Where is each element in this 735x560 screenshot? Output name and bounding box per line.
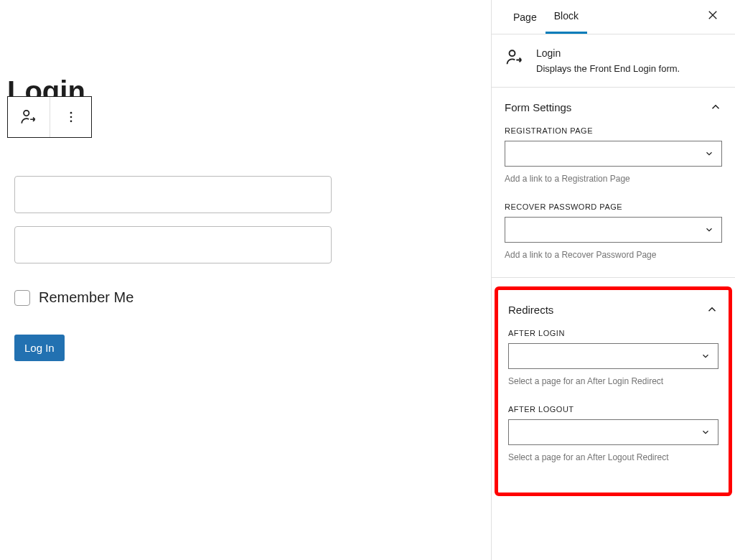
chevron-down-icon <box>701 427 711 437</box>
chevron-up-icon <box>709 101 722 113</box>
registration-page-select[interactable] <box>505 141 722 167</box>
after-login-help: Select a page for an After Login Redirec… <box>508 376 718 386</box>
close-icon <box>706 9 719 22</box>
settings-sidebar: Page Block Login Displays the Front End … <box>491 0 735 560</box>
remember-row: Remember Me <box>14 289 484 306</box>
login-icon <box>19 108 38 126</box>
username-input[interactable] <box>14 176 332 213</box>
block-toolbar <box>7 96 92 138</box>
login-icon <box>505 47 525 67</box>
svg-point-3 <box>70 121 72 123</box>
chevron-down-icon <box>704 225 714 235</box>
registration-page-help: Add a link to a Registration Page <box>505 174 722 184</box>
chevron-up-icon <box>706 303 718 316</box>
panel-form-settings: Form Settings REGISTRATION PAGE Add a li… <box>492 88 735 278</box>
after-login-label: AFTER LOGIN <box>508 329 718 337</box>
after-logout-help: Select a page for an After Logout Redire… <box>508 452 718 462</box>
redirects-highlighted-region: Redirects AFTER LOGIN Select a page for … <box>495 286 732 496</box>
password-input[interactable] <box>14 226 332 263</box>
panel-body: AFTER LOGIN Select a page for an After L… <box>508 329 718 480</box>
sidebar-tabs: Page Block <box>492 0 735 34</box>
block-info: Login Displays the Front End Login form. <box>492 34 735 88</box>
after-logout-label: AFTER LOGOUT <box>508 405 718 414</box>
remember-label: Remember Me <box>39 289 134 306</box>
more-vertical-icon <box>64 110 78 124</box>
panel-redirects-toggle[interactable]: Redirects <box>508 290 718 329</box>
chevron-down-icon <box>704 149 714 159</box>
panel-title: Form Settings <box>505 101 571 113</box>
svg-point-4 <box>510 50 515 56</box>
svg-point-0 <box>24 111 29 116</box>
tab-page[interactable]: Page <box>505 1 546 33</box>
chevron-down-icon <box>701 351 711 361</box>
panel-form-settings-toggle[interactable]: Form Settings <box>505 88 722 126</box>
svg-point-2 <box>70 116 72 118</box>
block-info-text: Login Displays the Front End Login form. <box>536 47 680 74</box>
editor-canvas: Login Remember Me Log In <box>0 0 491 560</box>
recover-password-help: Add a link to a Recover Password Page <box>505 250 722 260</box>
close-sidebar-button[interactable] <box>703 6 722 28</box>
svg-point-1 <box>70 112 72 114</box>
block-info-icon-wrap <box>505 47 525 74</box>
panel-body: REGISTRATION PAGE Add a link to a Regist… <box>505 126 722 277</box>
block-name: Login <box>536 47 680 59</box>
recover-password-select[interactable] <box>505 217 722 243</box>
panel-title: Redirects <box>508 304 553 316</box>
tab-block[interactable]: Block <box>546 0 587 34</box>
login-form-block: Remember Me Log In <box>14 176 484 361</box>
after-login-select[interactable] <box>508 343 718 369</box>
remember-checkbox[interactable] <box>14 290 30 306</box>
more-options-button[interactable] <box>50 97 91 137</box>
after-logout-select[interactable] <box>508 419 718 445</box>
recover-password-label: RECOVER PASSWORD PAGE <box>505 202 722 211</box>
registration-page-label: REGISTRATION PAGE <box>505 126 722 135</box>
login-submit-button[interactable]: Log In <box>14 335 65 361</box>
block-type-button[interactable] <box>8 97 50 137</box>
block-description: Displays the Front End Login form. <box>536 63 680 74</box>
